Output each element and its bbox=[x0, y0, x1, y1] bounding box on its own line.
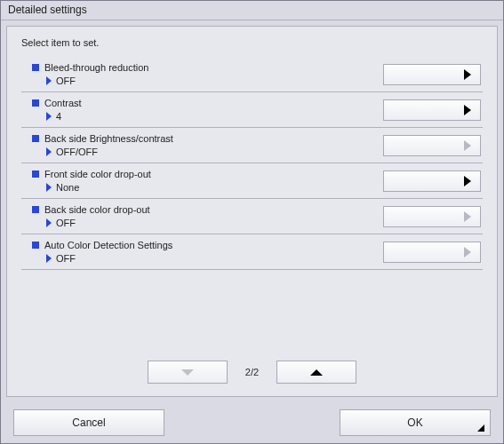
setting-open-button bbox=[383, 135, 481, 156]
arrow-right-icon bbox=[464, 211, 471, 222]
cancel-button[interactable]: Cancel bbox=[13, 409, 164, 436]
square-bullet-icon bbox=[32, 170, 39, 178]
setting-row-left: Front side color drop-outNone bbox=[21, 169, 383, 193]
setting-row: Back side Brightness/contrastOFF/OFF bbox=[21, 128, 483, 163]
setting-open-button bbox=[383, 206, 481, 227]
ok-button[interactable]: OK bbox=[340, 409, 491, 436]
setting-open-button[interactable] bbox=[383, 64, 481, 85]
setting-label: Auto Color Detection Settings bbox=[44, 240, 172, 250]
square-bullet-icon bbox=[32, 99, 39, 107]
window-title: Detailed settings bbox=[8, 4, 87, 16]
page-indicator: 2/2 bbox=[245, 367, 259, 377]
page-prev-button[interactable] bbox=[276, 361, 356, 384]
triangle-right-icon bbox=[46, 76, 52, 85]
arrow-up-icon bbox=[310, 369, 323, 376]
setting-label: Bleed-through reduction bbox=[44, 62, 148, 73]
setting-value: OFF bbox=[56, 253, 76, 264]
triangle-right-icon bbox=[46, 218, 52, 227]
setting-row: Back side color drop-outOFF bbox=[21, 199, 483, 234]
footer: Cancel OK bbox=[1, 402, 503, 443]
setting-value: OFF/OFF bbox=[56, 147, 98, 157]
setting-value-row: OFF bbox=[46, 75, 383, 86]
setting-row: Front side color drop-outNone bbox=[21, 163, 483, 199]
setting-value-row: None bbox=[46, 182, 383, 193]
page-next-button bbox=[148, 361, 228, 384]
cancel-label: Cancel bbox=[72, 416, 105, 429]
dialog-window: Detailed settings Select item to set. Bl… bbox=[0, 0, 504, 444]
setting-label: Contrast bbox=[44, 98, 82, 108]
setting-open-button bbox=[383, 242, 481, 263]
setting-row-left: Back side Brightness/contrastOFF/OFF bbox=[21, 133, 383, 157]
arrow-right-icon bbox=[464, 140, 471, 151]
setting-open-button[interactable] bbox=[383, 99, 481, 121]
arrow-right-icon bbox=[464, 176, 471, 186]
setting-value: 4 bbox=[56, 111, 61, 122]
square-bullet-icon bbox=[32, 206, 39, 213]
setting-value-row: 4 bbox=[46, 111, 383, 122]
square-bullet-icon bbox=[32, 242, 39, 249]
content-panel: Select item to set. Bleed-through reduct… bbox=[6, 26, 498, 397]
instruction-text: Select item to set. bbox=[21, 37, 483, 48]
setting-value-row: OFF bbox=[46, 218, 383, 228]
triangle-right-icon bbox=[46, 183, 52, 192]
setting-value: OFF bbox=[56, 218, 76, 228]
setting-value-row: OFF/OFF bbox=[46, 147, 383, 157]
arrow-right-icon bbox=[464, 247, 471, 258]
pager: 2/2 bbox=[21, 361, 483, 384]
setting-label: Front side color drop-out bbox=[44, 169, 151, 179]
enter-key-icon bbox=[476, 423, 484, 432]
setting-head: Bleed-through reduction bbox=[32, 62, 383, 73]
settings-list: Bleed-through reductionOFFContrast4Back … bbox=[21, 57, 483, 270]
setting-head: Back side Brightness/contrast bbox=[32, 133, 383, 144]
footer-spacer bbox=[164, 409, 340, 436]
triangle-right-icon bbox=[46, 112, 52, 121]
setting-label: Back side color drop-out bbox=[44, 204, 150, 215]
setting-value: OFF bbox=[56, 75, 76, 86]
triangle-right-icon bbox=[46, 147, 52, 156]
setting-row-left: Bleed-through reductionOFF bbox=[21, 62, 383, 86]
setting-label: Back side Brightness/contrast bbox=[44, 133, 173, 144]
setting-row: Contrast4 bbox=[21, 92, 483, 128]
setting-row: Auto Color Detection SettingsOFF bbox=[21, 234, 483, 270]
square-bullet-icon bbox=[32, 135, 39, 142]
setting-head: Auto Color Detection Settings bbox=[32, 240, 383, 250]
triangle-right-icon bbox=[46, 254, 52, 263]
ok-label: OK bbox=[407, 416, 422, 429]
spacer bbox=[21, 270, 483, 353]
setting-value-row: OFF bbox=[46, 253, 383, 264]
setting-head: Front side color drop-out bbox=[32, 169, 383, 179]
setting-row: Bleed-through reductionOFF bbox=[21, 57, 483, 92]
arrow-right-icon bbox=[464, 105, 471, 115]
setting-row-left: Auto Color Detection SettingsOFF bbox=[21, 240, 383, 264]
square-bullet-icon bbox=[32, 64, 39, 71]
setting-head: Back side color drop-out bbox=[32, 204, 383, 215]
title-bar: Detailed settings bbox=[1, 1, 503, 20]
arrow-right-icon bbox=[464, 69, 471, 80]
setting-value: None bbox=[56, 182, 79, 193]
setting-head: Contrast bbox=[32, 98, 383, 108]
setting-open-button[interactable] bbox=[383, 170, 481, 192]
setting-row-left: Back side color drop-outOFF bbox=[21, 204, 383, 228]
setting-row-left: Contrast4 bbox=[21, 98, 383, 122]
arrow-down-icon bbox=[181, 369, 194, 376]
